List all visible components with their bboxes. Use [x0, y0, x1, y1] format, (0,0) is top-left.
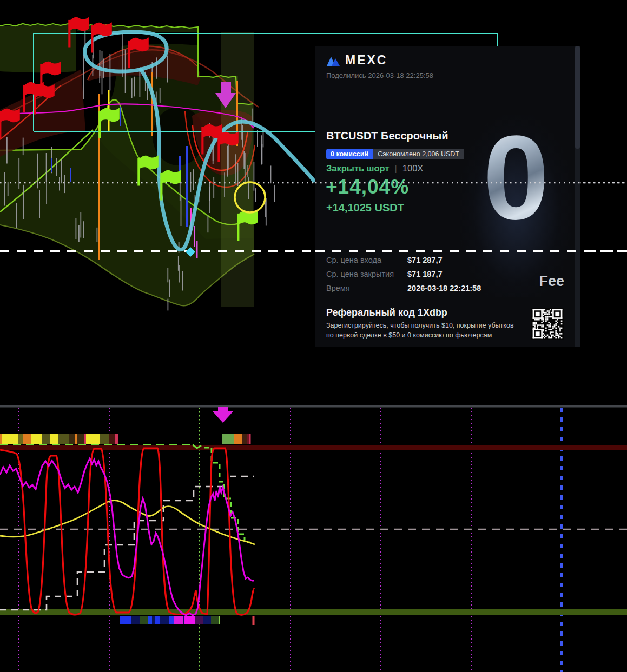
heatmap-bar-top: [0, 434, 251, 444]
stat-value: $71 187,7: [407, 270, 443, 278]
badge-row: 0 комиссий Сэкономлено 2,006 USDT: [326, 149, 464, 159]
zero-fee-badge: 0 комиссий: [326, 149, 373, 159]
oversold-band: [0, 609, 627, 615]
panel-separator: [0, 405, 627, 408]
card-scrollbar[interactable]: [575, 46, 580, 347]
fee-caption: Fee: [539, 273, 564, 290]
close-side-label: Закрыть шорт: [326, 163, 390, 174]
yellow-signal-line: [0, 501, 255, 544]
stat-label: Ср. цена входа: [326, 256, 407, 264]
stat-value: 2026-03-18 22:21:58: [407, 284, 481, 292]
scrollbar-thumb[interactable]: [575, 46, 580, 149]
mexc-logo-icon: [326, 55, 340, 66]
shared-timestamp: Поделились 2026-03-18 22:25:58: [326, 71, 433, 79]
stat-row: Ср. цена закрытия $71 187,7: [326, 267, 510, 281]
stat-row: Ср. цена входа $71 287,7: [326, 253, 510, 267]
screenshot-root: MEXC Поделились 2026-03-18 22:25:58 BTCU…: [0, 0, 627, 672]
saved-badge: Сэкономлено 2,006 USDT: [373, 149, 464, 159]
zero-glyph: 0: [460, 118, 572, 237]
magenta-oscillator-line: [0, 458, 254, 615]
brand-row: MEXC: [326, 53, 387, 68]
down-arrow-marker-lower: [213, 407, 233, 423]
qr-code: [531, 308, 564, 340]
position-stats: Ср. цена входа $71 287,7 Ср. цена закрыт…: [326, 253, 510, 295]
brand-name: MEXC: [345, 53, 387, 68]
pnl-percent: +14,04%: [326, 176, 409, 198]
stat-label: Время: [326, 284, 407, 292]
side-divider: |: [395, 163, 397, 174]
heatmap-bar-bottom: [120, 616, 220, 624]
referral-line1: Зарегистрируйтесь, чтобы получить $10, п…: [326, 322, 514, 329]
indicator-panel: [0, 405, 627, 672]
pnl-amount: +14,1025 USDT: [326, 202, 404, 214]
stat-row: Время 2026-03-18 22:21:58: [326, 281, 510, 295]
upper-band-fill-left: [0, 24, 76, 72]
stat-value: $71 287,7: [407, 256, 443, 264]
referral-description: Зарегистрируйтесь, чтобы получить $10, п…: [326, 321, 526, 340]
leverage-label: 100X: [402, 163, 424, 174]
referral-code-title: Реферальный код 1Xdbp: [326, 307, 447, 318]
referral-line2: по первой сделке в $50 и 0 комиссию по ф…: [326, 331, 492, 339]
stat-label: Ср. цена закрытия: [326, 270, 407, 278]
position-side-row: Закрыть шорт | 100X: [326, 163, 423, 174]
heat-red-tick: [253, 616, 255, 625]
symbol-title: BTCUSDT Бессрочный: [326, 130, 448, 142]
share-card: MEXC Поделились 2026-03-18 22:25:58 BTCU…: [315, 46, 580, 347]
